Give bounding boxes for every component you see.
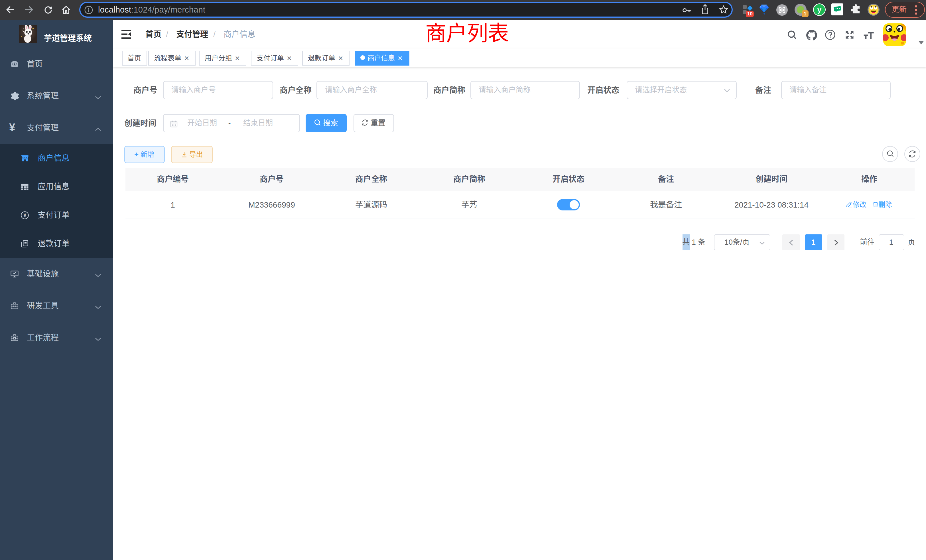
svg-text:y: y bbox=[817, 5, 822, 14]
svg-text:¥: ¥ bbox=[23, 213, 26, 218]
